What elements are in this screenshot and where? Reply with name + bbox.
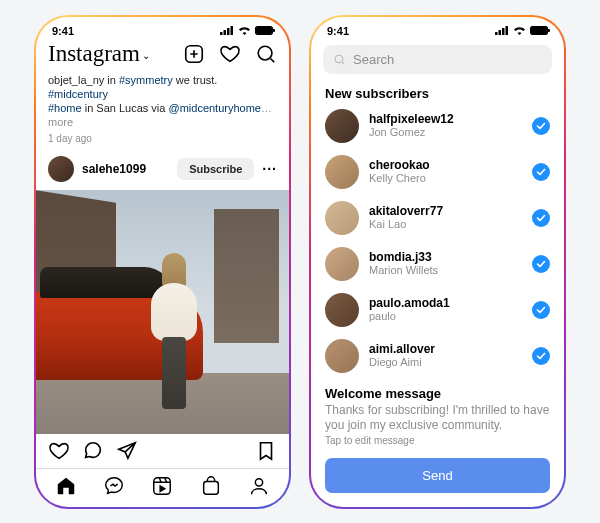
phone-feed: 9:41 Instagram ⌄ objet_la_ny in #symmetr… (34, 15, 291, 509)
subscriber-username: paulo.amoda1 (369, 296, 522, 310)
avatar (325, 201, 359, 235)
status-time: 9:41 (327, 25, 349, 37)
subscriber-row[interactable]: aimi.alloverDiego Aimi (325, 333, 550, 378)
svg-rect-16 (499, 30, 502, 35)
subscribe-button[interactable]: Subscribe (177, 158, 254, 180)
subscriber-row[interactable]: paulo.amoda1paulo (325, 287, 550, 333)
subscriber-row[interactable]: halfpixeleew12Jon Gomez (325, 103, 550, 149)
subscriber-username: akitaloverr77 (369, 204, 522, 218)
post-actions (36, 434, 289, 468)
check-icon[interactable] (532, 209, 550, 227)
subscriber-row[interactable]: akitaloverr77Kai Lao (325, 195, 550, 241)
subscriber-fullname: Diego Aimi (369, 356, 522, 369)
check-icon[interactable] (532, 117, 550, 135)
subscriber-username: aimi.allover (369, 342, 522, 356)
svg-rect-3 (231, 26, 234, 35)
svg-rect-2 (227, 28, 230, 35)
svg-rect-13 (203, 481, 218, 494)
hashtag-link[interactable]: #home (48, 102, 82, 114)
svg-rect-9 (154, 477, 171, 494)
svg-line-20 (342, 62, 344, 64)
tab-bar (36, 468, 289, 507)
avatar (325, 109, 359, 143)
subscriber-fullname: Jon Gomez (369, 126, 522, 139)
subscriber-list: halfpixeleew12Jon GomezcherookaoKelly Ch… (311, 103, 564, 378)
post-timestamp: 1 day ago (36, 133, 289, 152)
search-icon (333, 53, 346, 66)
welcome-block[interactable]: Welcome message Thanks for subscribing! … (311, 378, 564, 450)
profile-icon[interactable] (248, 475, 270, 497)
subscriber-username: bomdia.j33 (369, 250, 522, 264)
subscriber-fullname: Marion Willets (369, 264, 522, 277)
signal-icon (220, 26, 234, 35)
mention-link[interactable]: @midcenturyhome (168, 102, 260, 114)
phone-subscribers: 9:41 Search New subscribers halfpixeleew… (309, 15, 566, 509)
avatar (325, 247, 359, 281)
search-icon[interactable] (255, 43, 277, 65)
hashtag-link[interactable]: #symmetry (119, 74, 173, 86)
subscriber-fullname: Kelly Chero (369, 172, 522, 185)
instagram-logo[interactable]: Instagram (48, 41, 140, 67)
svg-point-19 (335, 55, 343, 63)
signal-icon (495, 26, 509, 35)
more-icon[interactable]: ··· (262, 161, 277, 177)
svg-line-8 (271, 58, 275, 62)
svg-point-14 (255, 478, 262, 485)
welcome-hint: Tap to edit message (325, 435, 550, 446)
battery-icon (530, 26, 548, 35)
subscriber-row[interactable]: cherookaoKelly Chero (325, 149, 550, 195)
wifi-icon (513, 26, 526, 35)
subscriber-username: halfpixeleew12 (369, 112, 522, 126)
app-header: Instagram ⌄ (36, 39, 289, 73)
create-icon[interactable] (183, 43, 205, 65)
status-bar: 9:41 (311, 17, 564, 39)
home-icon[interactable] (55, 475, 77, 497)
post-caption: objet_la_ny in #symmetry we trust. #midc… (36, 73, 289, 133)
status-time: 9:41 (52, 25, 74, 37)
section-title: New subscribers (311, 80, 564, 103)
search-placeholder: Search (353, 52, 394, 67)
svg-point-7 (258, 46, 272, 60)
check-icon[interactable] (532, 163, 550, 181)
share-icon[interactable] (116, 440, 138, 462)
welcome-message: Thanks for subscribing! I'm thrilled to … (325, 403, 550, 433)
battery-icon (255, 26, 273, 35)
avatar (325, 155, 359, 189)
check-icon[interactable] (532, 255, 550, 273)
svg-rect-15 (495, 32, 498, 35)
hashtag-link[interactable]: #midcentury (48, 88, 108, 100)
shop-icon[interactable] (200, 475, 222, 497)
subscriber-username: cherookao (369, 158, 522, 172)
chevron-down-icon[interactable]: ⌄ (142, 50, 150, 61)
reels-icon[interactable] (151, 475, 173, 497)
send-button[interactable]: Send (325, 458, 550, 493)
post-username[interactable]: salehe1099 (82, 162, 169, 176)
wifi-icon (238, 26, 251, 35)
post-image[interactable] (36, 190, 289, 434)
check-icon[interactable] (532, 347, 550, 365)
search-input[interactable]: Search (323, 45, 552, 74)
comment-icon[interactable] (82, 440, 104, 462)
svg-rect-18 (506, 26, 509, 35)
avatar (325, 339, 359, 373)
subscriber-row[interactable]: bomdia.j33Marion Willets (325, 241, 550, 287)
post-header: salehe1099 Subscribe ··· (36, 152, 289, 190)
svg-rect-1 (224, 30, 227, 35)
avatar (325, 293, 359, 327)
bookmark-icon[interactable] (255, 440, 277, 462)
check-icon[interactable] (532, 301, 550, 319)
subscriber-fullname: paulo (369, 310, 522, 323)
avatar[interactable] (48, 156, 74, 182)
messenger-icon[interactable] (103, 475, 125, 497)
welcome-title: Welcome message (325, 386, 550, 401)
status-bar: 9:41 (36, 17, 289, 39)
svg-rect-17 (502, 28, 505, 35)
subscriber-fullname: Kai Lao (369, 218, 522, 231)
heart-icon[interactable] (219, 43, 241, 65)
svg-rect-0 (220, 32, 223, 35)
caption-user[interactable]: objet_la_ny (48, 74, 104, 86)
like-icon[interactable] (48, 440, 70, 462)
